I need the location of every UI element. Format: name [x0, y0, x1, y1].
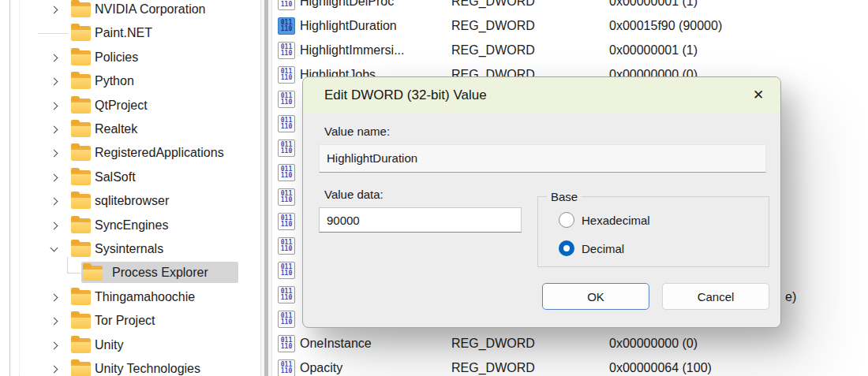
chevron-right-icon[interactable]	[48, 123, 62, 136]
tree-connector-line	[67, 273, 80, 274]
tree-item-unity-technologies[interactable]: Unity Technologies	[0, 357, 260, 376]
chevron-right-icon[interactable]	[48, 315, 62, 328]
dword-icon: 011110	[278, 359, 295, 376]
radio-decimal-label: Decimal	[582, 242, 624, 255]
chevron-glyph	[51, 126, 58, 134]
tree-item-registeredapplications[interactable]: RegisteredApplications	[0, 141, 260, 165]
tree-item-nvidia-corporation[interactable]: NVIDIA Corporation	[0, 0, 260, 21]
chevron-glyph	[51, 6, 58, 14]
value-row-highlightdelproc[interactable]: 011110HighlightDelProcREG_DWORD0x0000000…	[272, 0, 868, 13]
chevron-right-icon[interactable]	[48, 75, 62, 88]
chevron-right-icon[interactable]	[48, 99, 62, 113]
tree-item-label: SalSoft	[95, 169, 136, 186]
folder-icon	[71, 314, 91, 329]
value-data: 0x00015f90 (90000)	[609, 18, 722, 34]
chevron-glyph	[51, 150, 58, 158]
tree-item-label: NVIDIA Corporation	[95, 1, 206, 18]
cancel-button[interactable]: Cancel	[662, 283, 769, 310]
value-data: 0x00000001 (1)	[609, 43, 698, 58]
chevron-right-icon[interactable]	[48, 291, 62, 304]
tree-item-label: RegisteredApplications	[95, 144, 224, 162]
chevron-down-icon[interactable]	[48, 243, 62, 256]
dword-icon: 011110	[278, 164, 295, 181]
value-name: HighlightImmersi...	[300, 43, 404, 58]
registry-tree-pane: NVIDIA CorporationPaint.NETPoliciesPytho…	[0, 0, 260, 376]
tree-item-process-explorer[interactable]: Process Explorer	[0, 261, 260, 285]
tree-item-policies[interactable]: Policies	[0, 46, 260, 69]
value-data: 0x00000064 (100)	[609, 360, 712, 376]
chevron-right-icon[interactable]	[48, 339, 62, 352]
tree-item-syncengines[interactable]: SyncEngines	[0, 214, 260, 237]
tree-item-label: Unity	[95, 337, 123, 354]
chevron-glyph	[51, 222, 58, 230]
occluded-value-fragment: e)	[785, 289, 796, 305]
radio-circle-selected-icon[interactable]	[559, 240, 574, 256]
value-name-field: HighlightDuration	[319, 144, 766, 173]
chevron-glyph	[51, 174, 58, 182]
ok-button[interactable]: OK	[542, 283, 649, 310]
dialog-title: Edit DWORD (32-bit) Value	[324, 87, 487, 103]
tree-item-realtek[interactable]: Realtek	[0, 117, 260, 141]
chevron-right-icon[interactable]	[48, 3, 62, 17]
tree-item-label: Paint.NET	[95, 24, 152, 42]
dword-icon: 011110	[278, 262, 295, 279]
value-type: REG_DWORD	[451, 18, 535, 34]
radio-circle-icon[interactable]	[559, 212, 574, 228]
chevron-right-icon[interactable]	[48, 219, 62, 233]
chevron-right-icon[interactable]	[48, 51, 62, 65]
folder-icon	[71, 290, 91, 305]
tree-item-tor-project[interactable]: Tor Project	[0, 309, 260, 333]
dialog-titlebar[interactable]: Edit DWORD (32-bit) Value	[303, 77, 780, 113]
tree-item-thingamahoochie[interactable]: Thingamahoochie	[0, 285, 260, 309]
chevron-right-icon[interactable]	[48, 147, 62, 160]
tree-item-qtproject[interactable]: QtProject	[0, 94, 260, 117]
folder-icon	[71, 50, 91, 65]
value-name: HighlightDelProc	[300, 0, 394, 9]
close-icon[interactable]: ✕	[746, 83, 771, 107]
chevron-right-icon[interactable]	[48, 171, 62, 184]
tree-item-label: QtProject	[95, 97, 148, 114]
radio-hexadecimal-label: Hexadecimal	[582, 214, 650, 227]
tree-scrollbar[interactable]	[260, 0, 272, 376]
folder-icon	[71, 146, 91, 161]
value-type: REG_DWORD	[451, 336, 535, 352]
chevron-glyph	[51, 318, 58, 326]
tree-item-label: Sysinternals	[95, 240, 163, 258]
tree-scrollbar-thumb[interactable]	[264, 0, 268, 376]
value-row-highlightimmersi[interactable]: 011110HighlightImmersi...REG_DWORD0x0000…	[272, 39, 868, 62]
value-data-input[interactable]	[319, 207, 522, 233]
tree-connector-line	[67, 257, 68, 273]
base-group-label: Base	[547, 189, 582, 204]
value-type: REG_DWORD	[451, 0, 535, 9]
tree-item-label: SyncEngines	[95, 217, 168, 234]
value-row-oneinstance[interactable]: 011110OneInstanceREG_DWORD0x00000000 (0)	[272, 332, 868, 356]
chevron-right-icon[interactable]	[48, 363, 62, 376]
tree-item-paint-net[interactable]: Paint.NET	[0, 21, 260, 45]
tree-item-unity[interactable]: Unity	[0, 333, 260, 357]
tree-item-salsoft[interactable]: SalSoft	[0, 166, 260, 189]
value-name: OneInstance	[300, 336, 372, 352]
folder-icon	[71, 122, 91, 137]
tree-item-python[interactable]: Python	[0, 69, 260, 93]
radio-hexadecimal[interactable]: Hexadecimal	[559, 212, 650, 228]
tree-item-label: Unity Technologies	[95, 360, 200, 376]
dword-icon: 011110	[278, 188, 295, 206]
chevron-right-icon[interactable]	[48, 195, 62, 208]
radio-decimal[interactable]: Decimal	[559, 240, 624, 256]
value-type: REG_DWORD	[451, 43, 535, 58]
value-row-highlightduration[interactable]: 011110HighlightDurationREG_DWORD0x00015f…	[272, 14, 868, 38]
base-group: Base Hexadecimal Decimal	[537, 196, 769, 267]
value-row-opacity[interactable]: 011110OpacityREG_DWORD0x00000064 (100)	[272, 356, 868, 376]
folder-icon	[71, 26, 91, 41]
chevron-glyph	[51, 54, 58, 62]
tree-item-label: Process Explorer	[112, 264, 208, 281]
folder-icon	[71, 99, 91, 114]
dword-icon: 011110	[278, 335, 295, 352]
dword-icon: 011110	[278, 91, 295, 108]
tree-item-sqlitebrowser[interactable]: sqlitebrowser	[0, 189, 260, 213]
tree-connector-line	[38, 33, 68, 34]
tree-item-label: Thingamahoochie	[95, 289, 195, 306]
value-name: Opacity	[300, 360, 342, 376]
tree-item-sysinternals[interactable]: Sysinternals	[0, 237, 260, 261]
folder-icon	[71, 338, 91, 353]
